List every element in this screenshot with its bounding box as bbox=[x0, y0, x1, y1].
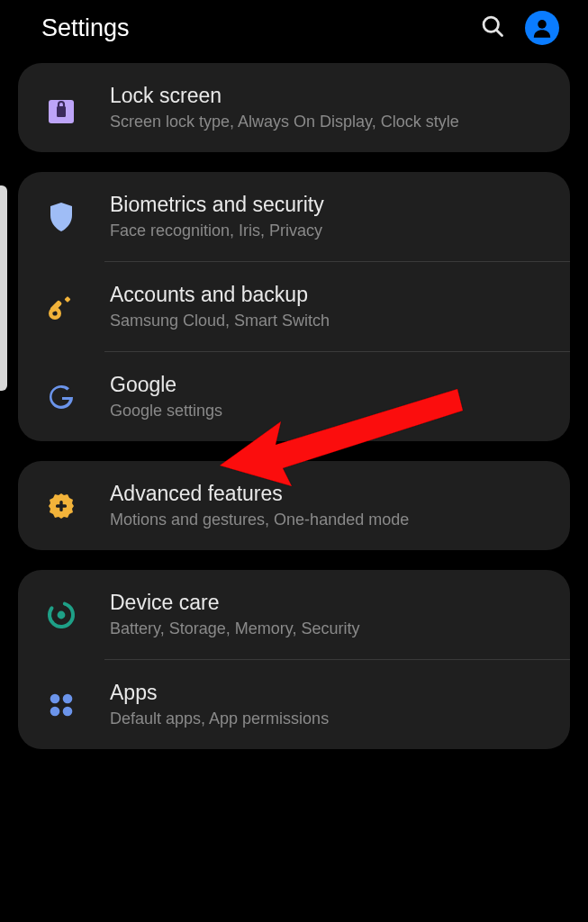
item-subtitle: Screen lock type, Always On Display, Clo… bbox=[110, 111, 548, 132]
key-icon bbox=[45, 292, 77, 322]
profile-icon[interactable] bbox=[525, 11, 559, 45]
item-subtitle: Face recognition, Iris, Privacy bbox=[110, 220, 548, 241]
item-body: Apps Default apps, App permissions bbox=[110, 680, 548, 729]
settings-group: Lock screen Screen lock type, Always On … bbox=[18, 63, 570, 152]
item-title: Lock screen bbox=[110, 83, 548, 109]
apps-icon bbox=[45, 691, 77, 719]
gear-plus-icon bbox=[45, 491, 77, 521]
item-title: Google bbox=[110, 372, 548, 398]
svg-point-15 bbox=[50, 706, 60, 716]
item-title: Advanced features bbox=[110, 481, 548, 507]
svg-rect-4 bbox=[57, 106, 66, 117]
svg-point-2 bbox=[538, 20, 547, 29]
item-body: Google Google settings bbox=[110, 372, 548, 421]
item-subtitle: Battery, Storage, Memory, Security bbox=[110, 618, 548, 639]
settings-group: Biometrics and security Face recognition… bbox=[18, 172, 570, 441]
header-actions bbox=[480, 11, 566, 45]
settings-item-accounts[interactable]: Accounts and backup Samsung Cloud, Smart… bbox=[18, 262, 570, 351]
settings-group: Device care Battery, Storage, Memory, Se… bbox=[18, 570, 570, 749]
svg-point-12 bbox=[58, 610, 66, 619]
device-care-icon bbox=[45, 600, 77, 630]
item-title: Device care bbox=[110, 590, 548, 616]
item-body: Device care Battery, Storage, Memory, Se… bbox=[110, 590, 548, 639]
item-subtitle: Default apps, App permissions bbox=[110, 708, 548, 729]
settings-item-biometrics[interactable]: Biometrics and security Face recognition… bbox=[18, 172, 570, 261]
settings-group: Advanced features Motions and gestures, … bbox=[18, 461, 570, 550]
google-icon bbox=[45, 383, 77, 411]
scroll-indicator[interactable] bbox=[0, 185, 7, 391]
page-title: Settings bbox=[41, 14, 130, 42]
svg-line-1 bbox=[496, 30, 502, 35]
item-title: Biometrics and security bbox=[110, 192, 548, 218]
item-body: Lock screen Screen lock type, Always On … bbox=[110, 83, 548, 132]
item-subtitle: Google settings bbox=[110, 400, 548, 421]
svg-point-13 bbox=[50, 693, 60, 703]
lock-icon bbox=[45, 92, 77, 124]
header: Settings bbox=[0, 0, 588, 63]
item-title: Apps bbox=[110, 680, 548, 706]
search-icon[interactable] bbox=[480, 14, 505, 42]
item-body: Accounts and backup Samsung Cloud, Smart… bbox=[110, 282, 548, 331]
svg-rect-10 bbox=[56, 504, 67, 507]
item-subtitle: Motions and gestures, One-handed mode bbox=[110, 509, 548, 530]
item-title: Accounts and backup bbox=[110, 282, 548, 308]
svg-point-16 bbox=[63, 706, 73, 716]
settings-item-lock-screen[interactable]: Lock screen Screen lock type, Always On … bbox=[18, 63, 570, 152]
settings-list: Lock screen Screen lock type, Always On … bbox=[0, 63, 588, 749]
settings-item-advanced[interactable]: Advanced features Motions and gestures, … bbox=[18, 461, 570, 550]
item-body: Advanced features Motions and gestures, … bbox=[110, 481, 548, 530]
svg-point-14 bbox=[63, 693, 73, 703]
item-body: Biometrics and security Face recognition… bbox=[110, 192, 548, 241]
settings-item-device-care[interactable]: Device care Battery, Storage, Memory, Se… bbox=[18, 570, 570, 659]
settings-item-apps[interactable]: Apps Default apps, App permissions bbox=[18, 660, 570, 749]
shield-icon bbox=[45, 201, 77, 233]
item-subtitle: Samsung Cloud, Smart Switch bbox=[110, 310, 548, 331]
settings-item-google[interactable]: Google Google settings bbox=[18, 352, 570, 441]
svg-rect-8 bbox=[64, 296, 70, 303]
